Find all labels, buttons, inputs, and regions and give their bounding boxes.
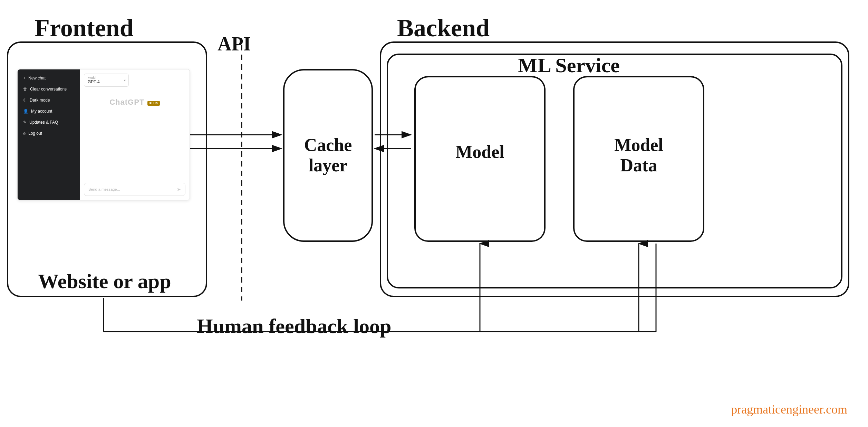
- model-data-label: ModelData: [573, 135, 704, 175]
- chat-input[interactable]: Send a message... ➤: [84, 183, 185, 196]
- model-selector-label: Model: [88, 76, 125, 79]
- updates-faq-label: Updates & FAQ: [29, 120, 58, 125]
- chatgpt-sidebar: + New chat 🗑 Clear conversations ☾ Dark …: [18, 69, 80, 200]
- chatgpt-main: Model GPT-4 ▾ ChatGPT PLUS Send a messag…: [80, 69, 190, 200]
- model-label: Model: [421, 142, 539, 162]
- input-placeholder: Send a message...: [88, 187, 120, 191]
- my-account-label: My account: [31, 109, 52, 114]
- backend-label: Backend: [397, 14, 490, 42]
- sidebar-dark-mode[interactable]: ☾ Dark mode: [20, 96, 77, 105]
- chatgpt-logo-text: ChatGPT: [109, 98, 144, 106]
- chevron-down-icon: ▾: [124, 78, 126, 82]
- moon-icon: ☾: [23, 98, 27, 103]
- log-out-label: Log out: [28, 131, 42, 136]
- edit-icon: ✎: [23, 120, 27, 125]
- plus-icon: +: [23, 76, 26, 80]
- sidebar-updates-faq[interactable]: ✎ Updates & FAQ: [20, 118, 77, 127]
- dark-mode-label: Dark mode: [30, 98, 50, 103]
- credit-label: pragmaticengineer.com: [731, 402, 847, 417]
- sidebar-new-chat[interactable]: + New chat: [20, 74, 77, 83]
- api-label: API: [218, 33, 251, 55]
- frontend-label: Frontend: [35, 14, 134, 42]
- sidebar-log-out[interactable]: ⎋ Log out: [20, 129, 77, 138]
- cache-label: Cachelayer: [290, 135, 366, 175]
- chatgpt-logo: ChatGPT PLUS: [84, 91, 185, 114]
- trash-icon: 🗑: [23, 87, 27, 92]
- sidebar-clear-conversations[interactable]: 🗑 Clear conversations: [20, 85, 77, 94]
- diagram: Frontend Backend API ML Service Website …: [0, 0, 868, 427]
- user-icon: 👤: [23, 109, 28, 114]
- send-icon: ➤: [177, 187, 181, 192]
- chatgpt-ui: + New chat 🗑 Clear conversations ☾ Dark …: [17, 69, 190, 200]
- logout-icon: ⎋: [23, 131, 26, 136]
- clear-conversations-label: Clear conversations: [30, 87, 67, 92]
- model-selector-value: GPT-4: [88, 79, 125, 84]
- feedback-label: Human feedback loop: [197, 314, 391, 338]
- new-chat-label: New chat: [28, 76, 46, 80]
- sidebar-my-account[interactable]: 👤 My account: [20, 107, 77, 116]
- plus-badge: PLUS: [147, 101, 160, 106]
- model-selector[interactable]: Model GPT-4 ▾: [84, 74, 129, 87]
